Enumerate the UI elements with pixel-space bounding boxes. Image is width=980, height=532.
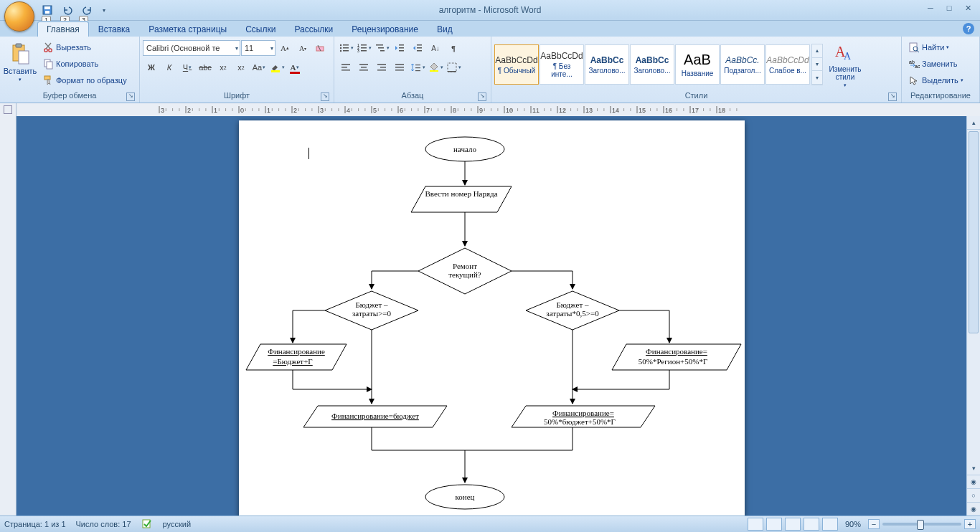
multilevel-button[interactable] [373,39,390,57]
page[interactable]: начало Ввести номер Наряда Ремонт текущи… [239,120,745,516]
horizontal-ruler[interactable]: 3210123456789101112131415161718 [17,103,980,117]
tab-layout[interactable]: Разметка страницы [139,22,236,37]
titlebar: Ф 1 2 3 ▾ алгоритм - Microsoft Word ─ □ … [0,0,980,21]
align-center-button[interactable] [355,59,372,76]
superscript-button[interactable]: x2 [232,59,250,76]
copy-button[interactable]: Копировать [39,56,131,72]
ruler-corner[interactable] [0,103,17,116]
font-dialog-launcher[interactable]: ↘ [321,92,329,101]
sort-button[interactable]: A↓ [427,39,444,57]
font-size-combo[interactable]: 11▾ [241,40,275,56]
tab-references[interactable]: Ссылки [236,22,285,37]
view-outline[interactable] [804,518,819,531]
style-item-3[interactable]: AaBbCcЗаголово... [630,44,674,85]
style-item-2[interactable]: AaBbCcЗаголово... [585,44,629,85]
styles-scroll-down[interactable]: ▾ [812,58,822,72]
bold-button[interactable]: Ж [143,59,160,76]
replace-button[interactable]: abacЗаменить [905,56,961,72]
select-button[interactable]: Выделить ▾ [905,72,967,88]
shrink-font-button[interactable]: A▾ [294,39,311,57]
svg-text:9: 9 [479,107,483,114]
style-item-5[interactable]: AaBbCc.Подзагол... [720,44,765,85]
italic-button[interactable]: К [161,59,178,76]
find-button[interactable]: Найти ▾ [905,39,953,55]
svg-rect-10 [44,76,50,80]
style-item-4[interactable]: AaBНазвание [675,44,720,85]
grow-font-button[interactable]: A▴ [276,39,293,57]
svg-rect-31 [417,44,422,46]
change-styles-button[interactable]: AA Изменить стили▾ [824,40,866,89]
close-button[interactable]: ✕ [958,1,977,14]
underline-button[interactable]: Ч [179,59,196,76]
maximize-button[interactable]: □ [940,1,958,14]
decrease-indent-button[interactable] [391,39,408,57]
svg-rect-48 [415,70,420,71]
cut-button[interactable]: Вырезать [39,39,131,55]
font-name-combo[interactable]: Calibri (Основной те▾ [143,40,240,56]
scroll-thumb[interactable] [969,131,979,333]
paste-button[interactable]: Вставить▾ [3,38,37,87]
status-words[interactable]: Число слов: 17 [76,520,131,528]
tab-mailings[interactable]: Рассылки [285,22,342,37]
clear-formatting-button[interactable] [312,39,329,57]
view-web-layout[interactable] [785,518,801,531]
browse-object-button[interactable]: ○ [967,489,980,503]
zoom-out-button[interactable]: − [868,519,880,529]
format-painter-button[interactable]: Формат по образцу [39,72,131,88]
view-print-layout[interactable] [748,518,763,531]
browse-next-button[interactable]: ◉ [967,503,980,516]
svg-text:Бюджет –: Бюджет – [556,300,588,309]
svg-rect-37 [359,64,368,65]
window-title: алгоритм - Microsoft Word [439,5,542,15]
svg-point-17 [339,50,341,52]
qat-customize-button[interactable]: ▾ [99,1,109,19]
vertical-scrollbar[interactable]: ▴ ▾ ◉ ○ ◉ [966,116,980,516]
clipboard-dialog-launcher[interactable]: ↘ [126,92,135,101]
style-item-0[interactable]: AaBbCcDd¶ Обычный [494,44,539,85]
show-marks-button[interactable]: ¶ [445,39,462,57]
view-draft[interactable] [822,518,838,531]
style-item-6[interactable]: AaBbCcDdСлабое в... [765,44,810,85]
align-right-button[interactable] [373,59,390,76]
tab-home[interactable]: Главная [37,22,89,37]
minimize-button[interactable]: ─ [921,1,940,14]
document-area[interactable]: начало Ввести номер Наряда Ремонт текущи… [17,116,966,516]
help-button[interactable]: ? [963,23,974,34]
shading-button[interactable] [427,59,444,76]
view-full-screen[interactable] [766,518,782,531]
increase-indent-button[interactable] [409,39,426,57]
highlight-button[interactable] [268,59,286,76]
zoom-slider[interactable] [882,523,961,526]
tab-insert[interactable]: Вставка [89,22,140,37]
status-page[interactable]: Страница: 1 из 1 [4,520,66,528]
font-color-button[interactable]: A [286,59,303,76]
change-case-button[interactable]: Aa [250,59,268,76]
scroll-down-button[interactable]: ▾ [967,462,980,475]
tab-review[interactable]: Рецензирование [342,22,428,37]
scroll-up-button[interactable]: ▴ [967,116,980,130]
office-button[interactable] [4,1,34,32]
borders-button[interactable] [445,59,462,76]
styles-dialog-launcher[interactable]: ↘ [888,92,897,101]
proofing-icon[interactable] [141,518,153,531]
numbering-button[interactable]: 123 [355,39,372,57]
paragraph-dialog-launcher[interactable]: ↘ [478,92,486,101]
justify-button[interactable] [391,59,408,76]
subscript-button[interactable]: x2 [215,59,232,76]
zoom-in-button[interactable]: + [964,519,976,529]
styles-gallery[interactable]: AaBbCcDd¶ ОбычныйAaBbCcDd¶ Без инте...Aa… [494,44,810,85]
zoom-level[interactable]: 90% [845,520,861,528]
align-left-button[interactable] [337,59,354,76]
styles-expand[interactable]: ▾ [812,71,822,85]
line-spacing-button[interactable] [409,59,426,76]
style-item-1[interactable]: AaBbCcDd¶ Без инте... [540,44,584,85]
strikethrough-button[interactable]: abc [197,59,214,76]
status-language[interactable]: русский [163,520,191,528]
browse-prev-button[interactable]: ◉ [967,475,980,489]
styles-scroll[interactable]: ▴ ▾ ▾ [811,44,823,85]
tab-view[interactable]: Вид [428,22,462,37]
vertical-ruler[interactable] [0,116,17,516]
svg-rect-39 [359,70,368,71]
styles-scroll-up[interactable]: ▴ [812,44,822,58]
bullets-button[interactable] [337,39,354,57]
